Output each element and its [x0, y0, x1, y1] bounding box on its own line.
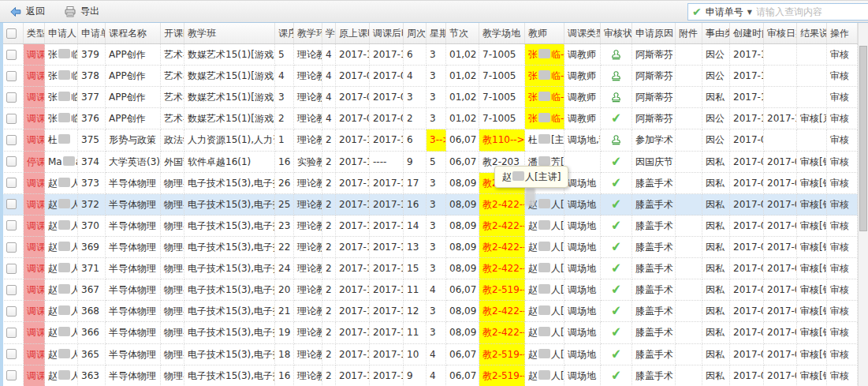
cell-adj_type: 调场地 — [564, 322, 601, 343]
row-checkbox[interactable] — [6, 242, 17, 253]
column-header-teacher[interactable]: 教师 — [525, 23, 564, 43]
column-header-class[interactable]: 教学班 — [184, 23, 275, 43]
audit-action-link[interactable]: 审核 — [830, 49, 849, 60]
audit-action-link[interactable]: 审核 — [830, 92, 849, 103]
check-icon: ✔ — [610, 240, 622, 253]
column-header-cause[interactable]: 事由类型 — [702, 23, 730, 43]
search-input[interactable] — [756, 6, 868, 17]
audit-action-link[interactable]: 审核 — [830, 113, 849, 124]
audit-action-link[interactable]: 审核 — [830, 134, 849, 145]
export-button[interactable]: 导出 — [54, 1, 109, 22]
column-header-period[interactable]: 节次 — [446, 23, 479, 43]
table-row[interactable]: 调课赵人373半导体物理物理与电子电子技术15(3),电子技26理论教学2201… — [0, 173, 858, 194]
row-checkbox[interactable] — [6, 92, 17, 103]
table-row[interactable]: 调课赵人365半导体物理物理与电子电子技术15(3),电子技18理论教学2201… — [0, 344, 858, 365]
table-row[interactable]: 调课张临378APP创作艺术与设计数媒艺术15(1)[游戏]4理论教学42017… — [0, 66, 858, 87]
table-row[interactable]: 调课张临377APP创作艺术与设计数媒艺术15(1)[游戏]3理论教学42017… — [0, 87, 858, 108]
select-all-checkbox[interactable] — [6, 28, 17, 39]
cell-teacher: 赵人[主讲] — [525, 365, 564, 386]
column-header-status[interactable]: 审核状态 — [601, 23, 632, 43]
audit-action-link[interactable]: 审核 — [830, 284, 849, 295]
column-header-segment[interactable]: 教学环节 — [294, 23, 322, 43]
cell-new_time: 2017-11 — [370, 237, 404, 258]
row-checkbox[interactable] — [6, 285, 17, 295]
cell-adj_type: 调教师 — [564, 87, 601, 108]
audit-action-link[interactable]: 审核 — [830, 242, 849, 253]
audit-action-link[interactable]: 审核 — [830, 199, 849, 210]
row-checkbox[interactable] — [6, 264, 17, 274]
column-header-op[interactable]: 操作 — [827, 23, 858, 43]
vertical-scrollbar[interactable] — [858, 23, 868, 386]
table-row[interactable]: 调课赵人370半导体物理物理与电子电子技术15(3),电子技23理论教学2201… — [0, 215, 858, 237]
row-checkbox[interactable] — [6, 114, 17, 124]
scrollbar-thumb[interactable] — [859, 46, 867, 231]
audit-action-link[interactable]: 审核 — [830, 349, 849, 360]
column-header-dept[interactable]: 开课院系 — [161, 23, 184, 43]
cell-reason: 膝盖手术 — [632, 215, 676, 237]
audit-action-link[interactable]: 审核 — [830, 156, 849, 167]
column-header-credit[interactable]: 学分 — [322, 23, 336, 43]
column-header-app_no[interactable]: 申请单号 — [78, 23, 106, 43]
cell-op: 审核 — [827, 152, 858, 173]
column-header-day[interactable]: 星期 — [427, 23, 446, 43]
audit-action-link[interactable]: 审核 — [830, 220, 849, 231]
table-row[interactable]: 调课赵人368半导体物理物理与电子电子技术15(3),电子技21理论教学2201… — [0, 301, 858, 322]
row-checkbox[interactable] — [6, 306, 17, 317]
audit-action-link[interactable]: 审核 — [830, 263, 849, 274]
audit-action-link[interactable]: 审核 — [830, 305, 849, 317]
column-header-venue[interactable]: 教学场地 — [479, 23, 525, 43]
audit-action-link[interactable]: 审核 — [830, 370, 849, 381]
row-checkbox[interactable] — [6, 328, 17, 338]
cell-segment: 实验教学 — [294, 152, 322, 173]
table-row[interactable]: 调课赵人371半导体物理物理与电子电子技术15(3),电子技24理论教学2201… — [0, 258, 858, 279]
column-header-attachment[interactable]: 附件 — [676, 23, 702, 43]
cell-teacher: 赵人[主讲] — [525, 215, 564, 237]
row-checkbox[interactable] — [6, 370, 17, 380]
column-header-created[interactable]: 创建时间 — [730, 23, 764, 43]
filter-field-label[interactable]: 申请单号 — [706, 6, 743, 19]
cell-new_time: 2017-11 — [370, 279, 404, 301]
table-row[interactable]: 调课杜375形势与政策政法学院人力资源15(1),人力资1理论教学22017-1… — [0, 129, 858, 151]
row-checkbox[interactable] — [6, 349, 17, 359]
table-row[interactable]: 停课Maa374大学英语(3)外国语学院软件卓越16(1)16实验教学22017… — [0, 152, 858, 173]
cell-day: 5 — [427, 152, 446, 173]
table-row[interactable]: 调课张临376APP创作艺术与设计数媒艺术15(1)[游戏]2理论教学42017… — [0, 108, 858, 129]
column-header-type[interactable]: 类型 — [24, 23, 45, 43]
column-header-result[interactable]: 结果说明 — [797, 23, 827, 43]
cell-orig_time: 2017-11 — [336, 237, 370, 258]
table-row[interactable]: 调课赵人363半导体物理物理与电子电子技术15(3),电子技16理论教学2201… — [0, 365, 858, 386]
column-header-course[interactable]: 课程名称 — [106, 23, 161, 43]
row-checkbox[interactable] — [6, 199, 17, 209]
column-header-reason[interactable]: 申请原因 — [632, 23, 676, 43]
teacher-tooltip: 赵人[主讲] — [494, 166, 568, 188]
cell-status — [601, 44, 632, 66]
column-header-seq[interactable]: 课序号 — [275, 23, 294, 43]
table-row[interactable]: 调课赵人369半导体物理物理与电子电子技术15(3),电子技22理论教学2201… — [0, 237, 858, 258]
cell-class: 电子技术15(3),电子技 — [184, 194, 275, 215]
column-header-week[interactable]: 周次 — [404, 23, 427, 43]
table-row[interactable]: 调课赵人367半导体物理物理与电子电子技术15(3),电子技20理论教学2201… — [0, 279, 858, 301]
column-header-applicant[interactable]: 申请人 — [45, 23, 78, 43]
table-row[interactable]: 调课赵人372半导体物理物理与电子电子技术15(3),电子技25理论教学2201… — [0, 194, 858, 215]
audit-action-link[interactable]: 审核 — [830, 327, 849, 338]
row-checkbox[interactable] — [6, 50, 17, 60]
cell-reason: 阿斯蒂芬 — [632, 87, 676, 108]
back-button[interactable]: 返回 — [0, 1, 54, 22]
row-checkbox[interactable] — [6, 71, 17, 81]
cell-period: 06,07 — [446, 279, 479, 301]
row-checkbox[interactable] — [6, 220, 17, 230]
cell-segment: 理论教学 — [294, 129, 322, 151]
chevron-down-icon[interactable]: ▼ — [747, 9, 752, 16]
row-checkbox[interactable] — [6, 156, 17, 167]
cell-seq: 2 — [275, 108, 294, 129]
row-checkbox[interactable] — [6, 178, 17, 188]
table-row[interactable]: 调课张临379APP创作艺术与设计数媒艺术15(1)[游戏]5理论教学42017… — [0, 44, 858, 66]
audit-action-link[interactable]: 审核 — [830, 178, 849, 189]
column-header-new_time[interactable]: 调课后时间 — [370, 23, 404, 43]
table-row[interactable]: 调课赵人366半导体物理物理与电子电子技术15(3),电子技19理论教学2201… — [0, 322, 858, 343]
column-header-adj_type[interactable]: 调课类型 — [564, 23, 601, 43]
column-header-orig_time[interactable]: 原上课时间 — [336, 23, 370, 43]
column-header-audit_date[interactable]: 审核日期 — [764, 23, 797, 43]
row-checkbox[interactable] — [6, 135, 17, 145]
audit-action-link[interactable]: 审核 — [830, 70, 849, 81]
